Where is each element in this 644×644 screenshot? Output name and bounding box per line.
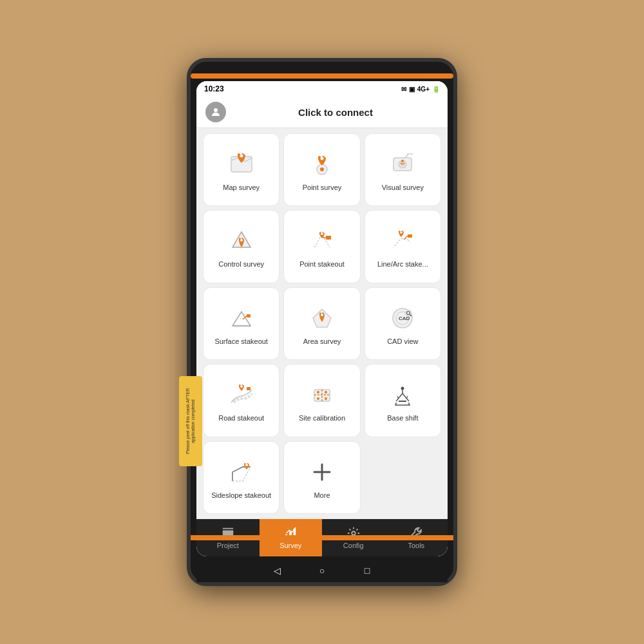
line-arc-stakeout-item[interactable]: Line/Arc stake... — [365, 210, 441, 283]
svg-point-0 — [214, 108, 218, 112]
sticker: Please peel off this mask AFTER applicat… — [179, 376, 202, 466]
base-shift-icon — [387, 379, 418, 410]
message-icon: ✉ — [401, 86, 406, 93]
app-grid: Map survey Point survey — [196, 128, 448, 519]
signal-strength: 4G+ — [417, 86, 430, 93]
surface-stakeout-icon — [226, 303, 257, 334]
svg-marker-17 — [232, 312, 251, 326]
visual-survey-icon — [387, 149, 418, 180]
svg-point-2 — [240, 155, 243, 158]
recents-button[interactable]: □ — [361, 564, 374, 577]
status-icons: ✉ ▣ 4G+ 🔋 — [401, 86, 440, 93]
point-stakeout-icon — [307, 225, 337, 256]
svg-rect-20 — [247, 314, 251, 317]
svg-point-16 — [401, 232, 403, 234]
svg-point-8 — [401, 160, 404, 162]
control-survey-icon — [226, 225, 257, 256]
nav-tools-label: Tools — [408, 542, 424, 549]
more-item[interactable]: More — [283, 441, 360, 514]
control-survey-label: Control survey — [218, 260, 264, 269]
cad-view-icon: CAD — [387, 303, 418, 334]
svg-point-53 — [352, 531, 355, 535]
svg-point-23 — [321, 314, 323, 316]
svg-rect-30 — [247, 387, 251, 390]
connect-button[interactable]: Click to connect — [232, 107, 439, 118]
area-survey-icon — [307, 303, 337, 334]
map-survey-icon — [226, 149, 257, 180]
site-calibration-icon — [307, 379, 337, 410]
sideslope-stakeout-label: Sideslope stakeout — [211, 491, 271, 500]
line-arc-stakeout-label: Line/Arc stake... — [377, 260, 428, 269]
cad-view-label: CAD view — [387, 337, 418, 346]
cad-view-item[interactable]: CAD CAD view — [365, 287, 441, 360]
svg-point-37 — [317, 397, 319, 400]
base-shift-label: Base shift — [387, 414, 418, 422]
android-nav: ◁ ○ □ — [196, 559, 448, 582]
base-shift-item[interactable]: Base shift — [365, 364, 441, 437]
control-survey-item[interactable]: Control survey — [203, 210, 279, 283]
road-stakeout-item[interactable]: Road stakeout — [203, 364, 279, 437]
avatar[interactable] — [205, 102, 226, 122]
point-survey-label: Point survey — [303, 184, 342, 192]
area-survey-label: Area survey — [303, 337, 341, 346]
site-calibration-label: Site calibration — [299, 414, 345, 422]
device: Please peel off this mask AFTER applicat… — [187, 58, 457, 586]
road-stakeout-icon — [226, 379, 257, 410]
sideslope-stakeout-icon — [226, 457, 257, 488]
nav-survey-label: Survey — [279, 542, 301, 549]
screen: 10:23 ✉ ▣ 4G+ 🔋 Click to connect — [196, 81, 448, 556]
top-bar: Click to connect — [196, 97, 448, 128]
visual-survey-label: Visual survey — [382, 184, 424, 192]
point-survey-icon — [307, 149, 337, 180]
map-survey-label: Map survey — [223, 184, 260, 192]
line-arc-stakeout-icon — [387, 225, 418, 256]
orange-band-bottom — [191, 535, 453, 540]
sideslope-stakeout-item[interactable]: Sideslope stakeout — [203, 441, 279, 514]
svg-point-35 — [317, 391, 319, 393]
nav-project-label: Project — [217, 542, 239, 549]
area-survey-item[interactable]: Area survey — [283, 287, 360, 360]
map-survey-item[interactable]: Map survey — [203, 133, 279, 206]
svg-point-13 — [321, 232, 323, 235]
battery-icon: 🔋 — [432, 86, 440, 93]
svg-point-40 — [401, 387, 404, 390]
point-survey-item[interactable]: Point survey — [283, 133, 360, 206]
svg-point-31 — [240, 385, 243, 388]
home-button[interactable]: ○ — [316, 564, 328, 577]
point-stakeout-item[interactable]: Point stakeout — [283, 210, 360, 283]
status-time: 10:23 — [204, 84, 224, 93]
visual-survey-item[interactable]: Visual survey — [365, 133, 441, 206]
svg-point-38 — [325, 397, 327, 400]
svg-point-36 — [325, 391, 327, 393]
svg-point-47 — [245, 464, 248, 466]
site-calibration-item[interactable]: Site calibration — [283, 364, 360, 437]
svg-point-5 — [320, 167, 324, 171]
sticker-text: Please peel off this mask AFTER applicat… — [185, 379, 196, 464]
svg-rect-11 — [326, 236, 331, 240]
surface-stakeout-item[interactable]: Surface stakeout — [203, 287, 279, 360]
nav-config-label: Config — [343, 542, 364, 549]
road-stakeout-label: Road stakeout — [218, 414, 264, 422]
status-bar: 10:23 ✉ ▣ 4G+ 🔋 — [196, 81, 448, 97]
back-button[interactable]: ◁ — [270, 564, 283, 577]
point-stakeout-label: Point stakeout — [299, 260, 345, 269]
svg-rect-14 — [408, 234, 412, 238]
more-icon — [307, 457, 337, 488]
surface-stakeout-label: Surface stakeout — [214, 337, 268, 346]
wifi-icon: ▣ — [409, 86, 415, 93]
svg-point-10 — [240, 239, 243, 242]
more-label: More — [314, 491, 330, 500]
svg-point-4 — [320, 157, 323, 160]
orange-band-top — [191, 73, 453, 79]
